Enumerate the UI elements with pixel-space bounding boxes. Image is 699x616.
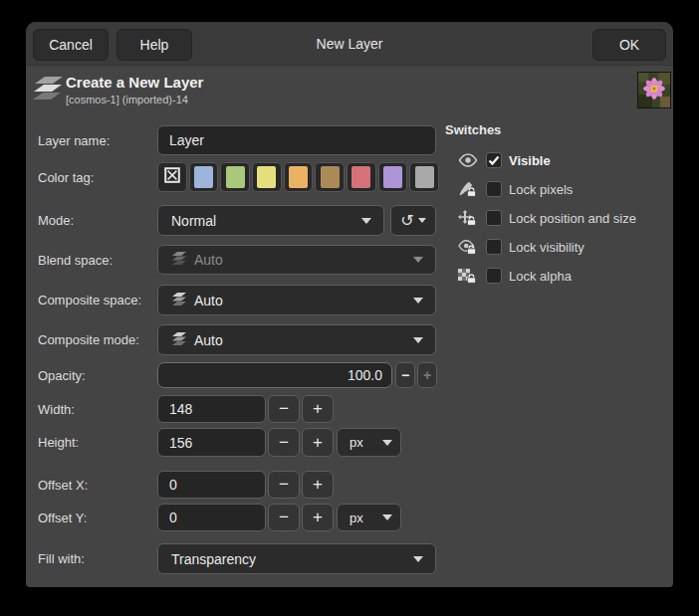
- fill-with-label: Fill with:: [38, 543, 85, 574]
- composite-mode-value: Auto: [194, 332, 223, 348]
- offset-x-input[interactable]: 0: [157, 471, 266, 499]
- chevron-down-icon: [418, 218, 426, 223]
- offset-y-decrease-button[interactable]: [268, 504, 300, 531]
- switch-label: Lock visibility: [509, 240, 584, 255]
- height-label: Height:: [38, 428, 79, 457]
- chevron-down-icon: [413, 337, 423, 343]
- mode-label: Mode:: [38, 205, 74, 236]
- titlebar: Cancel Help New Layer OK: [26, 22, 673, 66]
- color-swatch: [194, 166, 213, 188]
- switch-label: Lock pixels: [509, 182, 573, 197]
- color-swatch: [321, 166, 340, 188]
- color-swatch: [257, 166, 276, 188]
- offset-unit-dropdown[interactable]: px: [337, 504, 401, 531]
- offset-x-increase-button[interactable]: [302, 471, 334, 499]
- switch-label: Lock alpha: [509, 269, 572, 284]
- brush-lock-icon: [458, 181, 480, 197]
- composite-mode-dropdown[interactable]: Auto: [157, 324, 436, 355]
- chevron-down-icon: [413, 257, 423, 263]
- chevron-down-icon: [382, 514, 392, 520]
- blend-space-value: Auto: [194, 252, 223, 268]
- switches-title: Switches: [445, 122, 501, 137]
- width-decrease-button[interactable]: [268, 395, 300, 423]
- color-swatch: [383, 166, 402, 188]
- height-decrease-button[interactable]: [268, 428, 300, 457]
- visible-checkbox[interactable]: [486, 152, 502, 168]
- chevron-down-icon: [413, 298, 423, 304]
- reset-icon: ↺: [400, 213, 413, 229]
- lock-visibility-checkbox[interactable]: [486, 239, 502, 255]
- fill-with-dropdown[interactable]: Transparency: [157, 543, 436, 574]
- layers-mini-icon: [171, 252, 187, 268]
- chevron-down-icon: [361, 218, 371, 224]
- opacity-label: Opacity:: [38, 362, 86, 388]
- screen: Cancel Help New Layer OK Create a New La…: [0, 0, 699, 616]
- fill-with-value: Transparency: [171, 551, 256, 567]
- offset-y-increase-button[interactable]: [302, 504, 334, 531]
- offset-unit-value: px: [350, 511, 363, 525]
- switch-row-lock-pixels: Lock pixels: [458, 178, 573, 200]
- lock-position-checkbox[interactable]: [486, 210, 502, 226]
- check-icon: [488, 155, 500, 166]
- opacity-decrease-button[interactable]: [395, 362, 415, 388]
- layers-mini-icon: [171, 332, 187, 348]
- chevron-down-icon: [382, 440, 392, 446]
- color-swatch: [351, 166, 370, 188]
- offset-x-label: Offset X:: [38, 471, 88, 499]
- height-increase-button[interactable]: [302, 428, 334, 457]
- width-input[interactable]: 148: [157, 395, 266, 423]
- offset-x-decrease-button[interactable]: [268, 471, 300, 499]
- opacity-slider[interactable]: 100.0: [157, 362, 392, 388]
- lock-pixels-checkbox[interactable]: [486, 181, 502, 197]
- image-thumbnail: [637, 72, 671, 108]
- color-tag-orange-button[interactable]: [284, 162, 314, 192]
- eye-lock-icon: [458, 240, 480, 255]
- color-swatch: [226, 166, 245, 188]
- switch-label: Lock position and size: [509, 211, 636, 226]
- switch-label: Visible: [509, 153, 551, 168]
- page-title: Create a New Layer: [66, 74, 203, 91]
- offset-y-label: Offset Y:: [38, 504, 87, 531]
- ok-button[interactable]: OK: [592, 29, 666, 61]
- switch-row-visible: Visible: [458, 149, 551, 171]
- blend-space-label: Blend space:: [38, 245, 113, 275]
- color-tag-brown-button[interactable]: [315, 162, 345, 192]
- size-unit-dropdown[interactable]: px: [337, 428, 401, 457]
- color-tag-gray-button[interactable]: [409, 162, 439, 192]
- color-tag-green-button[interactable]: [220, 162, 250, 192]
- blend-space-dropdown: Auto: [157, 245, 436, 275]
- size-unit-value: px: [350, 435, 363, 450]
- color-swatch: [289, 166, 308, 188]
- lock-alpha-checkbox[interactable]: [486, 268, 502, 284]
- composite-space-value: Auto: [194, 293, 223, 308]
- layer-name-input[interactable]: Layer: [157, 125, 436, 155]
- color-tag-red-button[interactable]: [347, 162, 376, 192]
- composite-space-dropdown[interactable]: Auto: [157, 285, 436, 315]
- color-tag-none-button[interactable]: [157, 162, 187, 192]
- mode-switch-group-button[interactable]: ↺: [390, 205, 436, 236]
- height-input[interactable]: 156: [157, 428, 266, 457]
- dialog-title: New Layer: [26, 22, 673, 66]
- layer-name-label: Layer name:: [38, 125, 110, 155]
- color-tag-yellow-button[interactable]: [252, 162, 282, 192]
- width-increase-button[interactable]: [302, 395, 334, 423]
- switch-row-lock-visibility: Lock visibility: [458, 236, 584, 258]
- color-tag-blue-button[interactable]: [189, 162, 219, 192]
- no-color-tag-icon: [164, 167, 180, 187]
- width-label: Width:: [38, 395, 75, 423]
- alpha-lock-icon: [458, 268, 480, 284]
- new-layer-dialog: Cancel Help New Layer OK Create a New La…: [26, 22, 673, 587]
- mode-value: Normal: [171, 213, 216, 229]
- chevron-down-icon: [413, 556, 423, 562]
- mode-dropdown[interactable]: Normal: [157, 205, 384, 236]
- color-tag-label: Color tag:: [38, 162, 94, 192]
- color-tag-purple-button[interactable]: [378, 162, 408, 192]
- color-swatch: [415, 166, 434, 188]
- layers-icon: [32, 76, 64, 105]
- opacity-increase-button[interactable]: [417, 362, 437, 388]
- offset-y-input[interactable]: 0: [157, 504, 266, 531]
- move-lock-icon: [458, 210, 480, 226]
- opacity-value: 100.0: [348, 367, 382, 383]
- layers-mini-icon: [171, 293, 187, 308]
- color-tag-strip: [157, 162, 439, 192]
